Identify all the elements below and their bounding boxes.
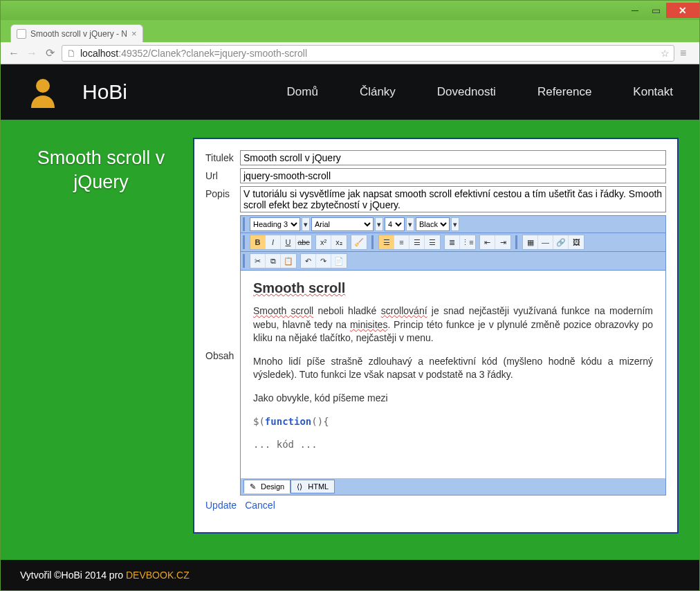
- browser-toolbar: ← → ⟳ 🗋 localhost :49352/Clanek?clanek=j…: [1, 42, 699, 64]
- content-paragraph: Smooth scroll neboli hladké scrollování …: [253, 304, 653, 345]
- content-heading: Smooth scroll: [253, 280, 653, 296]
- content-paragraph: Jako obvykle, kód píšeme mezi: [253, 392, 653, 406]
- italic-button[interactable]: I: [266, 235, 281, 249]
- back-icon[interactable]: ←: [8, 47, 20, 60]
- align-right-button[interactable]: ☰: [409, 235, 425, 249]
- paste-button[interactable]: 📋: [281, 254, 296, 268]
- cancel-link[interactable]: Cancel: [245, 500, 275, 511]
- user-avatar-icon: [27, 76, 59, 108]
- code-icon: ⟨⟩: [297, 482, 305, 491]
- rich-text-editor: Heading 3▾ Arial▾ 4▾ Black▾ B I U abc: [240, 215, 666, 495]
- code-line: $(function(){: [253, 415, 653, 429]
- favicon-icon: [17, 29, 26, 39]
- redo-button[interactable]: ↷: [316, 254, 331, 268]
- align-justify-button[interactable]: ☰: [425, 235, 440, 249]
- underline-button[interactable]: U: [281, 235, 296, 249]
- bold-button[interactable]: B: [250, 235, 266, 249]
- page-title: Smooth scroll v jQuery: [21, 138, 181, 545]
- footer-link[interactable]: DEVBOOK.CZ: [126, 570, 190, 581]
- font-dropdown-icon[interactable]: ▾: [375, 217, 383, 231]
- address-bar[interactable]: 🗋 localhost :49352/Clanek?clanek=jquery-…: [62, 45, 674, 62]
- pencil-icon: ✎: [250, 482, 258, 491]
- ordered-list-button[interactable]: ≣: [445, 235, 460, 249]
- toolbar-grip-icon[interactable]: [243, 235, 248, 249]
- indent-button[interactable]: ⇥: [495, 235, 510, 249]
- site-brand: HoBi: [82, 80, 127, 104]
- select-color[interactable]: Black: [416, 217, 450, 231]
- toolbar-grip-icon[interactable]: [243, 254, 248, 268]
- copy-button[interactable]: ⧉: [266, 254, 281, 268]
- input-titulek[interactable]: [240, 150, 666, 165]
- nav-domu[interactable]: Domů: [287, 85, 318, 99]
- browser-tab[interactable]: Smooth scroll v jQuery - N ×: [10, 24, 143, 42]
- label-titulek: Titulek: [205, 150, 240, 165]
- window-titlebar: ─ ▭ ✕: [1, 1, 699, 20]
- window-minimize-button[interactable]: ─: [625, 3, 645, 18]
- select-font[interactable]: Arial: [311, 217, 374, 231]
- subscript-button[interactable]: x₂: [331, 235, 347, 249]
- site-header: HoBi Domů Články Dovednosti Reference Ko…: [1, 64, 699, 120]
- color-dropdown-icon[interactable]: ▾: [451, 217, 459, 231]
- update-link[interactable]: Update: [205, 500, 237, 511]
- mode-design-tab[interactable]: ✎ Design: [243, 480, 291, 493]
- insert-table-button[interactable]: ▦: [523, 235, 538, 249]
- site-footer: Vytvořil ©HoBi 2014 pro DEVBOOK.CZ: [1, 560, 699, 590]
- outdent-button[interactable]: ⇤: [480, 235, 495, 249]
- superscript-button[interactable]: x²: [316, 235, 331, 249]
- url-path: :49352/Clanek?clanek=jquery-smooth-scrol…: [118, 48, 307, 59]
- size-dropdown-icon[interactable]: ▾: [406, 217, 414, 231]
- content-paragraph: Mnoho lidí píše strašně zdlouhavý a neef…: [253, 355, 653, 382]
- paste-word-button[interactable]: 📄: [331, 254, 347, 268]
- insert-hr-button[interactable]: —: [538, 235, 553, 249]
- browser-tabstrip: Smooth scroll v jQuery - N ×: [1, 20, 699, 42]
- url-host: localhost: [80, 48, 118, 59]
- strike-button[interactable]: abc: [296, 235, 311, 249]
- label-obsah: Obsah: [205, 215, 240, 495]
- window-maximize-button[interactable]: ▭: [645, 3, 666, 18]
- clear-format-button[interactable]: 🧹: [351, 235, 367, 249]
- window-close-button[interactable]: ✕: [666, 3, 699, 18]
- nav-dovednosti[interactable]: Dovednosti: [437, 85, 496, 99]
- unordered-list-button[interactable]: ⋮≡: [460, 235, 475, 249]
- editor-content-area[interactable]: Smooth scroll Smooth scroll neboli hladk…: [241, 271, 665, 478]
- nav-clanky[interactable]: Články: [360, 85, 396, 99]
- nav-kontakt[interactable]: Kontakt: [633, 85, 673, 99]
- undo-button[interactable]: ↶: [301, 254, 316, 268]
- nav-reference[interactable]: Reference: [537, 85, 591, 99]
- input-popis[interactable]: V tutoriálu si vysvětlíme jak napsat smo…: [240, 186, 666, 212]
- align-left-button[interactable]: ☰: [379, 235, 394, 249]
- tab-close-icon[interactable]: ×: [131, 28, 137, 39]
- edit-panel: Titulek Url Popis V tutoriálu si vysvětl…: [193, 138, 679, 534]
- bookmark-star-icon[interactable]: ☆: [661, 48, 670, 59]
- tab-title: Smooth scroll v jQuery - N: [30, 29, 127, 39]
- reload-icon[interactable]: ⟳: [44, 47, 56, 60]
- toolbar-grip-icon[interactable]: [243, 217, 248, 231]
- input-url[interactable]: [240, 168, 666, 183]
- insert-link-button[interactable]: 🔗: [553, 235, 569, 249]
- doc-icon: 🗋: [66, 48, 76, 59]
- toolbar-grip-icon[interactable]: [371, 235, 376, 249]
- select-size[interactable]: 4: [385, 217, 405, 231]
- format-dropdown-icon[interactable]: ▾: [302, 217, 310, 231]
- cut-button[interactable]: ✂: [250, 254, 266, 268]
- mode-html-tab[interactable]: ⟨⟩ HTML: [291, 480, 335, 493]
- toolbar-grip-icon[interactable]: [515, 235, 520, 249]
- code-line: ... kód ...: [253, 438, 653, 452]
- select-format[interactable]: Heading 3: [250, 217, 300, 231]
- align-center-button[interactable]: ≡: [394, 235, 409, 249]
- label-url: Url: [205, 168, 240, 183]
- label-popis: Popis: [205, 186, 240, 212]
- insert-image-button[interactable]: 🖼: [569, 235, 584, 249]
- forward-icon[interactable]: →: [26, 47, 38, 60]
- browser-menu-icon[interactable]: ≡: [680, 47, 692, 60]
